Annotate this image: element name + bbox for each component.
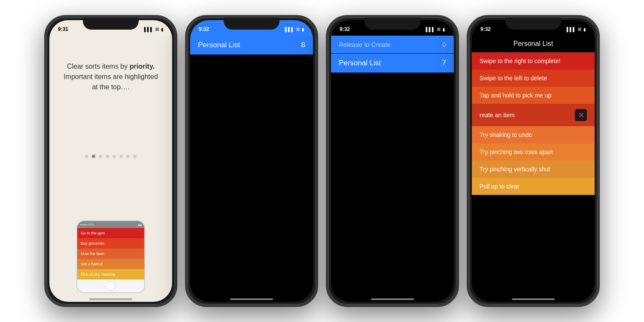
phone-3-list-count: 7 — [442, 59, 446, 67]
mini-list-item-5: Pick up dry cleaning — [77, 269, 144, 279]
phone-4-header: Personal List — [472, 36, 595, 52]
tutorial-line-2: Important items are highlighted — [64, 72, 158, 82]
dot-3 — [99, 155, 102, 158]
phone-3-list-title: Personal List — [339, 59, 381, 67]
mini-battery: ▮▮▮ — [138, 223, 142, 226]
battery-icon: ▮ — [302, 27, 304, 32]
mini-list-item-3: Mow the lawn — [77, 249, 144, 259]
signal-icon: ▌▌▌ — [144, 27, 153, 32]
phone-1-screen: 9:31 ▌▌▌ ⌘ ▮ Clear sorts items by priori… — [49, 20, 172, 302]
tutorial-item-6[interactable]: Try pinching two rows apart — [472, 143, 595, 161]
pagination-dots — [85, 155, 137, 158]
wifi-icon: ⌘ — [437, 27, 441, 32]
tutorial-item-5-label: Try shaking to undo — [480, 131, 532, 138]
tutorial-line-3: at the top…. — [64, 82, 158, 92]
tutorial-item-7-label: Try pinching vertically shut — [480, 166, 550, 173]
phone-3-status-icons: ▌▌▌ ⌘ ▮ — [426, 27, 445, 32]
tutorial-item-3-label: Tap and hold to pick me up — [480, 92, 551, 99]
dot-8 — [133, 155, 137, 158]
dot-6 — [119, 155, 123, 158]
mini-carrier: ●●●●● RMS — [80, 223, 94, 226]
phone-2-home-indicator — [230, 298, 273, 300]
phone-4-time: 9:32 — [480, 26, 491, 32]
phone-3-time: 9:32 — [340, 26, 350, 32]
tutorial-line-1: Clear sorts items by priority. — [64, 61, 158, 72]
wifi-icon: ⌘ — [155, 27, 159, 32]
tutorial-item-2[interactable]: Swipe to the left to delete — [472, 70, 595, 87]
delete-x-button[interactable]: ✕ — [575, 109, 587, 121]
dot-4 — [106, 155, 109, 158]
phone-2-time: 9:32 — [199, 26, 209, 32]
mini-home-bar — [77, 279, 144, 292]
battery-icon: ▮ — [443, 27, 445, 32]
wifi-icon: ⌘ — [296, 27, 300, 32]
tutorial-item-1-label: Swipe to the right to complete! — [480, 58, 560, 64]
signal-icon: ▌▌▌ — [567, 27, 576, 32]
dot-2 — [92, 155, 95, 158]
tutorial-item-5[interactable]: Try shaking to undo — [472, 126, 595, 143]
phone-1-content: Clear sorts items by priority. Important… — [49, 36, 172, 302]
dot-5 — [112, 155, 116, 158]
dot-1 — [85, 155, 88, 158]
phone-3-black-content — [331, 73, 454, 302]
wifi-icon: ⌘ — [577, 27, 582, 32]
phone-4-header-title: Personal List — [513, 40, 553, 47]
phone-3-screen: 9:32 ▌▌▌ ⌘ ▮ Release to Create 0 Persona… — [331, 20, 454, 302]
tutorial-text: Clear sorts items by priority. Important… — [64, 61, 158, 92]
tutorial-item-8[interactable]: Pull up to clear — [472, 178, 595, 195]
tutorial-item-7[interactable]: Try pinching vertically shut — [472, 161, 595, 178]
tutorial-item-3[interactable]: Tap and hold to pick me up — [472, 87, 595, 104]
phone-1: 9:31 ▌▌▌ ⌘ ▮ Clear sorts items by priori… — [44, 15, 177, 307]
phone-1-time: 9:31 — [58, 26, 68, 32]
phone-4-home-indicator — [512, 298, 555, 300]
tutorial-item-4[interactable]: reate an item ✕ — [472, 104, 595, 126]
phone-4: 9:32 ▌▌▌ ⌘ ▮ Personal List Swipe to the … — [467, 15, 600, 307]
mini-status-bar: ●●●●● RMS ▮▮▮ — [77, 221, 144, 228]
phone-3-home-indicator — [371, 298, 414, 300]
phone-1-home-indicator — [89, 298, 132, 300]
tutorial-item-4-label: reate an item — [480, 112, 515, 118]
mini-list-item-4: Get a haircut — [77, 259, 144, 269]
phone-1-status-icons: ▌▌▌ ⌘ ▮ — [144, 27, 164, 32]
release-to-create-row: Release to Create 0 — [331, 36, 454, 53]
phones-container: 9:31 ▌▌▌ ⌘ ▮ Clear sorts items by priori… — [0, 0, 644, 322]
tutorial-item-6-label: Try pinching two rows apart — [480, 149, 553, 155]
phone-2: 9:32 ▌▌▌ ⌘ ▮ Personal List 8 — [185, 15, 318, 307]
phone-2-list-title: Personal List — [198, 41, 240, 49]
release-to-create-label: Release to Create — [339, 41, 391, 48]
dot-7 — [126, 155, 130, 158]
release-to-create-count: 0 — [443, 41, 446, 48]
phone-4-screen: 9:32 ▌▌▌ ⌘ ▮ Personal List Swipe to the … — [472, 20, 595, 302]
mini-phone-illustration: ●●●●● RMS ▮▮▮ Go to the gym Buy grocerie… — [76, 220, 145, 293]
phone-2-list-count: 8 — [301, 41, 305, 49]
phone-4-notch — [505, 18, 561, 30]
signal-icon: ▌▌▌ — [426, 27, 435, 32]
phone-2-screen: 9:32 ▌▌▌ ⌘ ▮ Personal List 8 — [190, 20, 313, 302]
phone-3-notch — [365, 18, 420, 30]
tutorial-item-1[interactable]: Swipe to the right to complete! — [472, 52, 595, 70]
phone-4-content: Swipe to the right to complete! Swipe to… — [472, 52, 595, 302]
phone-2-notch — [224, 18, 279, 30]
mini-home-button — [106, 281, 115, 291]
priority-word: priority. — [130, 63, 155, 70]
phone-1-notch — [83, 18, 139, 30]
phone-2-list-header: Personal List 8 — [190, 36, 313, 55]
phone-3-personal-list-row[interactable]: Personal List 7 — [331, 54, 454, 73]
tutorial-item-2-label: Swipe to the left to delete — [480, 75, 547, 82]
battery-icon: ▮ — [161, 27, 164, 32]
signal-icon: ▌▌▌ — [285, 27, 294, 32]
phone-4-status-icons: ▌▌▌ ⌘ ▮ — [567, 27, 586, 32]
mini-list-item-1: Go to the gym — [77, 228, 144, 238]
phone-2-status-icons: ▌▌▌ ⌘ ▮ — [285, 27, 304, 32]
phone-3: 9:32 ▌▌▌ ⌘ ▮ Release to Create 0 Persona… — [326, 15, 459, 307]
tutorial-item-8-label: Pull up to clear — [480, 183, 519, 190]
mini-list-item-2: Buy groceries — [77, 238, 144, 249]
battery-icon: ▮ — [583, 27, 586, 32]
phone-2-black-content — [190, 55, 313, 302]
